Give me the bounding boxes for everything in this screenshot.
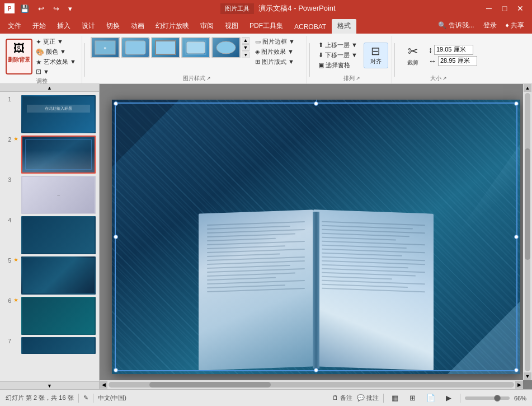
- color-button[interactable]: 🎨 颜色 ▼: [34, 47, 78, 57]
- normal-view-button[interactable]: ▦: [388, 393, 402, 404]
- slide-thumb-6[interactable]: [21, 297, 96, 335]
- effect-icon: ◈: [255, 48, 260, 55]
- vscroll-down[interactable]: ▼: [524, 372, 531, 380]
- slide-thumb-3[interactable]: ···: [21, 176, 96, 214]
- align-icon: ⊟: [371, 45, 380, 57]
- artistic-effects-button[interactable]: ★ 艺术效果 ▼: [34, 57, 78, 67]
- hscroll-right[interactable]: ▶: [515, 381, 523, 389]
- slide-thumb-4[interactable]: [21, 216, 96, 254]
- slide-item-2[interactable]: 2 ★: [2, 134, 97, 175]
- compress-button[interactable]: ⊡ ▼: [34, 67, 78, 76]
- arrange-expand[interactable]: ↗: [356, 76, 360, 81]
- hscroll-left[interactable]: ◀: [100, 381, 107, 389]
- vscroll-up[interactable]: ▲: [524, 84, 531, 92]
- slide-star-2: ★: [13, 136, 19, 142]
- size-expand[interactable]: ↗: [442, 76, 447, 81]
- selection-icon: ▣: [318, 62, 324, 69]
- tab-slideshow[interactable]: 幻灯片放映: [150, 19, 195, 34]
- tab-insert[interactable]: 插入: [51, 19, 76, 34]
- picture-styles-expand[interactable]: ↗: [206, 76, 211, 81]
- slide-sorter-button[interactable]: ⊞: [406, 393, 420, 404]
- status-right: 🗒 备注 💬 批注 ▦ ⊞ 📄 ▶ 66%: [332, 393, 526, 404]
- pic-style-1[interactable]: ≡: [91, 37, 120, 58]
- corrections-button[interactable]: ✦ 更正 ▼: [34, 37, 78, 46]
- tab-review[interactable]: 审阅: [195, 19, 219, 34]
- style-scroll-down[interactable]: ▼: [242, 44, 249, 51]
- slide-item-6[interactable]: 6 ★: [2, 296, 97, 336]
- save-button[interactable]: 💾: [18, 3, 31, 14]
- picture-layout-button[interactable]: ⊞ 图片版式 ▼: [253, 57, 303, 67]
- ribbon-tabs: 文件 开始 插入 设计 切换 动画 幻灯片放映 审阅 视图 PDF工具集 ACR…: [0, 17, 532, 34]
- tell-me-button[interactable]: 🔍 告诉我...: [435, 20, 477, 31]
- pic-style-2[interactable]: [121, 37, 150, 58]
- vscroll-thumb[interactable]: [525, 148, 530, 260]
- zoom-slider[interactable]: [465, 396, 510, 400]
- selection-pane-button[interactable]: ▣ 选择窗格: [316, 60, 360, 70]
- crop-button[interactable]: ✂ 裁剪: [401, 40, 425, 71]
- corrections-icon: ✦: [36, 38, 41, 46]
- minimize-button[interactable]: ─: [482, 3, 496, 14]
- layout-label: 图片版式 ▼: [262, 58, 294, 66]
- bring-forward-button[interactable]: ⬆ 上移一层 ▼: [316, 40, 360, 50]
- align-button[interactable]: ⊟ 对齐: [364, 43, 388, 68]
- slide-panel-scroll-up[interactable]: ▲: [0, 84, 99, 92]
- width-input[interactable]: [438, 56, 477, 66]
- slide-item-5[interactable]: 5 ★: [2, 255, 97, 296]
- notes-button[interactable]: 🗒 备注: [332, 394, 352, 402]
- pic-style-5[interactable]: [211, 37, 241, 58]
- vertical-scrollbar[interactable]: ▲ ▼: [523, 84, 532, 380]
- slide-thumb-1[interactable]: 在此处输入标题: [21, 95, 96, 133]
- slide-item-7[interactable]: 7: [2, 336, 97, 355]
- slide-canvas: [112, 100, 520, 374]
- slide-thumb-5[interactable]: [21, 256, 96, 295]
- slide-num-1: 1: [3, 96, 11, 102]
- slideshow-button[interactable]: ▶: [442, 393, 455, 404]
- style-scroll-up[interactable]: ▲: [242, 37, 249, 44]
- slide-item-4[interactable]: 4: [2, 215, 97, 255]
- picture-effect-button[interactable]: ◈ 图片效果 ▼: [253, 47, 303, 57]
- title-bar-left: P 💾 ↩ ↪ ▾: [4, 3, 74, 14]
- pic-style-4[interactable]: [181, 37, 210, 58]
- tab-design[interactable]: 设计: [76, 19, 101, 34]
- picture-border-button[interactable]: ▭ 图片边框 ▼: [253, 37, 303, 46]
- tab-acrobat[interactable]: ACROBAT: [289, 21, 332, 34]
- size-inputs: ↕ ↔: [429, 45, 477, 66]
- hscroll-thumb[interactable]: [149, 382, 271, 388]
- reading-view-button[interactable]: 📄: [424, 393, 437, 404]
- svg-rect-4: [187, 42, 205, 53]
- zoom-thumb[interactable]: [494, 395, 501, 402]
- redo-button[interactable]: ↪: [51, 3, 62, 14]
- height-input[interactable]: [434, 45, 473, 55]
- slide-num-2: 2: [3, 137, 11, 143]
- login-button[interactable]: 登录: [480, 20, 500, 31]
- customize-button[interactable]: ▾: [66, 3, 74, 14]
- style-scroll-more[interactable]: ▾: [242, 52, 249, 58]
- tab-file[interactable]: 文件: [2, 19, 27, 34]
- slide-thumb-7[interactable]: [21, 337, 96, 354]
- slide-panel-scroll-down[interactable]: ▼: [0, 381, 99, 389]
- height-icon: ↕: [429, 45, 432, 54]
- undo-button[interactable]: ↩: [36, 3, 46, 14]
- pic-style-3[interactable]: [151, 37, 180, 58]
- slide-background: [112, 100, 520, 374]
- slide-item-1[interactable]: 1 在此处输入标题: [2, 94, 97, 134]
- tab-home[interactable]: 开始: [27, 19, 51, 34]
- adjust-small-buttons: ✦ 更正 ▼ 🎨 颜色 ▼ ★ 艺术效果 ▼ ⊡ ▼: [34, 37, 78, 76]
- tab-format[interactable]: 格式: [332, 19, 356, 34]
- tab-transition[interactable]: 切换: [101, 19, 125, 34]
- tab-animation[interactable]: 动画: [125, 19, 150, 34]
- close-button[interactable]: ✕: [513, 3, 528, 14]
- app-icon: P: [4, 3, 15, 13]
- send-backward-button[interactable]: ⬇ 下移一层 ▼: [316, 50, 360, 60]
- tab-pdf[interactable]: PDF工具集: [244, 19, 289, 34]
- slide-thumb-2[interactable]: [21, 136, 96, 174]
- share-button[interactable]: ♦ 共享: [502, 20, 528, 31]
- crop-label: 裁剪: [407, 59, 418, 67]
- remove-background-button[interactable]: 🖼 删除背景: [6, 39, 32, 74]
- comments-button[interactable]: 💬 批注: [357, 394, 379, 402]
- slide-item-3[interactable]: 3 ···: [2, 175, 97, 215]
- horizontal-scrollbar[interactable]: ◀ ▶: [100, 380, 523, 389]
- maximize-button[interactable]: □: [497, 3, 512, 14]
- tab-view[interactable]: 视图: [219, 19, 244, 34]
- slide-panel: ▲ 1 在此处输入标题: [0, 84, 100, 389]
